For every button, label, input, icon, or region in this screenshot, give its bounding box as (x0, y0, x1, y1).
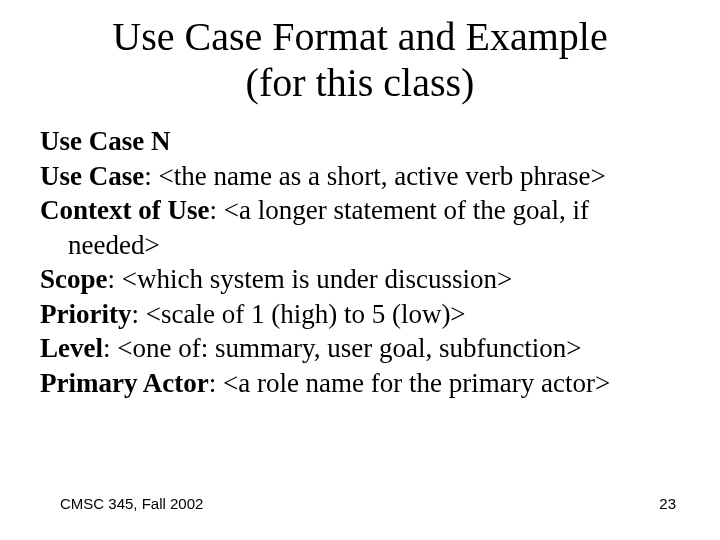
value-primary-actor: : <a role name for the primary actor> (209, 368, 611, 398)
title-line-1: Use Case Format and Example (112, 14, 607, 59)
label-context: Context of Use (40, 195, 209, 225)
label-primary-actor: Primary Actor (40, 368, 209, 398)
footer-course: CMSC 345, Fall 2002 (60, 495, 203, 512)
value-priority: : <scale of 1 (high) to 5 (low)> (131, 299, 465, 329)
use-case-n: Use Case N (40, 124, 680, 159)
label-use-case: Use Case (40, 161, 144, 191)
label-priority: Priority (40, 299, 131, 329)
slide-body: Use Case N Use Case: <the name as a shor… (0, 106, 720, 400)
title-line-2: (for this class) (246, 60, 475, 105)
slide-title: Use Case Format and Example (for this cl… (0, 0, 720, 106)
value-level: : <one of: summary, user goal, subfuncti… (103, 333, 582, 363)
scope: Scope: <which system is under discussion… (40, 262, 680, 297)
context-of-use: Context of Use: <a longer statement of t… (40, 193, 680, 262)
value-use-case: : <the name as a short, active verb phra… (144, 161, 606, 191)
label-level: Level (40, 333, 103, 363)
footer-page-number: 23 (659, 495, 676, 512)
level: Level: <one of: summary, user goal, subf… (40, 331, 680, 366)
slide-footer: CMSC 345, Fall 2002 23 (0, 495, 720, 512)
use-case-name: Use Case: <the name as a short, active v… (40, 159, 680, 194)
value-scope: : <which system is under discussion> (108, 264, 513, 294)
primary-actor: Primary Actor: <a role name for the prim… (40, 366, 680, 401)
label-use-case-n: Use Case N (40, 126, 170, 156)
label-scope: Scope (40, 264, 108, 294)
priority: Priority: <scale of 1 (high) to 5 (low)> (40, 297, 680, 332)
slide: Use Case Format and Example (for this cl… (0, 0, 720, 540)
